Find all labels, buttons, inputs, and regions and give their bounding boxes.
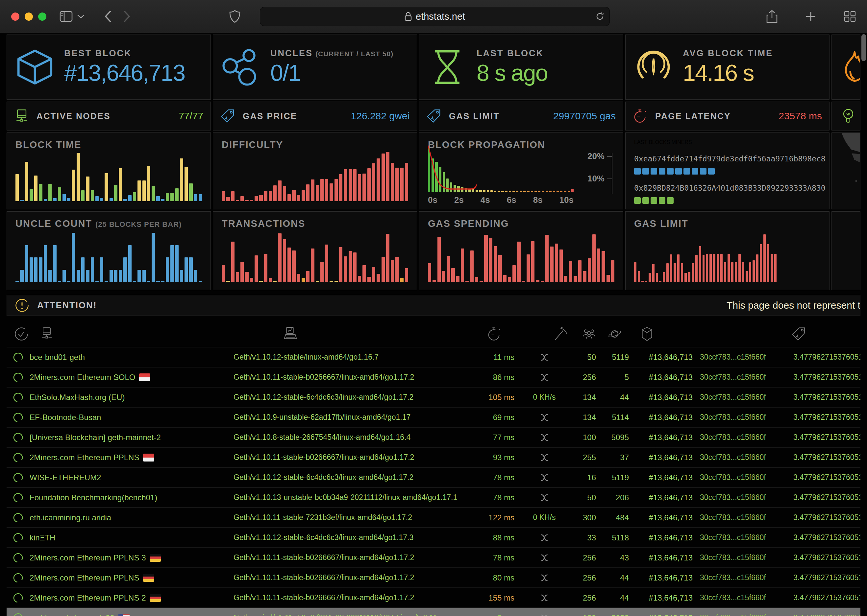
difficulty-bar [353,169,357,201]
node-name[interactable]: archivenode.io - node06 [30,613,233,616]
gas_spending-bar [466,281,469,282]
propagation-x-tick: 8s [533,195,543,205]
page-scrollbar[interactable] [861,34,866,615]
difficulty-tag-icon[interactable] [791,327,807,341]
table-row[interactable]: bce-bnd01-gethGeth/v1.10.12-stable/linux… [6,347,861,367]
table-row[interactable]: 2Miners.com Ethereum SOLOGeth/v1.10.11-s… [6,367,861,387]
peers-icon[interactable] [582,327,596,341]
share-icon[interactable] [766,10,777,23]
table-row[interactable]: 2Miners.com Ethereum PPLNSGeth/v1.10.11-… [6,447,861,467]
difficulty-bar [292,190,295,201]
node-name[interactable]: EF-Bootnode-Busan [30,413,233,422]
latency-stopwatch-icon[interactable] [487,327,502,341]
transactions-bar [335,281,338,282]
node-not-mining-icon [516,553,572,563]
node-block-hash[interactable]: 30ccf783...c15f660f [694,373,779,382]
node-block-hash[interactable]: 30ccf783...c15f660f [694,533,779,542]
node-name[interactable]: eth.icanmining.ru aridia [30,513,233,522]
node-name[interactable]: kinΞTH [30,533,233,542]
table-row[interactable]: 2Miners.com Ethereum PPLNS 2Geth/v1.10.1… [6,588,861,607]
back-icon[interactable] [104,11,112,22]
table-row[interactable]: 2Miners.com Ethereum PPLNS 3Geth/v1.10.1… [6,547,861,567]
table-row[interactable]: [Universa Blockchain] geth-mainnet-2Geth… [6,427,861,447]
node-name[interactable]: bce-bnd01-geth [30,353,233,362]
node-latency: 78 ms [477,493,516,502]
active-nodes-label: ACTIVE NODES [36,111,172,121]
status-check-icon[interactable] [14,327,29,341]
node-block-hash[interactable]: 30ccf783...c15f660f [694,593,779,602]
miner-address[interactable]: 0x829BD824B016326A401d083B33D092293333A8… [634,183,821,193]
node-name[interactable]: 2Miners.com Ethereum PPLNS 2 [30,593,233,602]
node-name[interactable]: 2Miners.com Ethereum PPLNS [30,573,233,583]
gas_limit_chart-bar [699,246,701,282]
node-name[interactable]: EthSolo.MaxHash.org (EU) [30,393,233,402]
node-name[interactable]: [Universa Blockchain] geth-mainnet-2 [30,433,233,442]
node-name[interactable]: 2Miners.com Ethereum SOLO [30,373,233,382]
sidebar-icon[interactable] [60,11,73,22]
node-block-hash[interactable]: 30ccf783...c15f660f [694,433,779,442]
transactions-bar [245,272,248,282]
address-bar[interactable]: ethstats.net [260,7,610,26]
node-type: Nethermind/v1.11.7-0-75f034a08-20211119/… [233,613,477,616]
node-peers: 256 [572,373,599,382]
node-name[interactable]: 2Miners.com Ethereum PPLNS 3 [30,553,233,563]
node-block-hash[interactable]: 30ccf783...c15f660f [694,513,779,522]
node-block-hash[interactable]: 30ccf783...c15f660f [694,553,779,562]
node-total-difficulty: 3.477962715376051e+2 [779,433,861,442]
node-block-hash[interactable]: 30ccf783...c15f660f [694,393,779,402]
node-name[interactable]: 2Miners.com Ethereum PPLNS [30,453,233,462]
uncle_count-bar [67,281,71,282]
node-block-hash[interactable]: 30ccf783...c15f660f [694,573,779,582]
node-type: Geth/v1.10.12-stable/linux-amd64/go1.16.… [233,353,477,361]
table-row[interactable]: EF-Bootnode-BusanGeth/v1.10.9-unstable-6… [6,407,861,427]
node-block-hash[interactable]: 30ccf783...c15f660f [694,613,779,616]
node-block-hash[interactable]: 30ccf783...c15f660f [694,453,779,462]
miner-block-square [659,168,666,174]
node-peers: 102 [572,613,599,616]
block-cube-icon[interactable] [639,327,655,341]
node-type-icon[interactable] [283,327,298,341]
node-latency: 88 ms [477,533,516,542]
gas_limit_chart-bar [731,262,733,282]
tab-overview-icon[interactable] [844,10,856,23]
node-pending: 43 [599,553,631,563]
forward-icon[interactable] [123,11,131,22]
new-tab-icon[interactable] [805,10,817,23]
gas_spending-bar [536,280,539,282]
close-button[interactable] [11,13,19,21]
shield-icon[interactable] [229,10,241,23]
node-type: Geth/v1.10.12-stable-6c4dc6c3/linux-amd6… [233,533,477,542]
node-block-hash[interactable]: 30ccf783...c15f660f [694,413,779,422]
table-row[interactable]: 2Miners.com Ethereum PPLNSGeth/v1.10.11-… [6,567,861,588]
minimize-button[interactable] [25,13,33,21]
node-block-hash[interactable]: 30ccf783...c15f660f [694,353,779,361]
attention-label: ATTENTION! [37,300,97,311]
block_time-bar [77,153,80,201]
transactions-bar [255,255,258,282]
gas_spending-bar [541,281,544,282]
table-row[interactable]: archivenode.io - node06Nethermind/v1.11.… [6,607,861,616]
node-block-hash[interactable]: 30ccf783...c15f660f [694,493,779,502]
table-row[interactable]: eth.icanmining.ru aridiaGeth/v1.10.11-st… [6,507,861,527]
node-block: #13,646,713 [631,393,694,402]
mining-pickaxe-icon[interactable] [552,327,568,341]
pending-planet-icon[interactable] [607,327,622,341]
node-name[interactable]: WISE-ETHEREUM2 [30,473,233,482]
zoom-button[interactable] [38,13,46,21]
node-block: #13,646,713 [631,533,694,542]
transactions-bar [297,274,300,282]
node-total-difficulty: 3.477962715376051e+2 [779,613,861,616]
block_propagation-bar [446,179,448,192]
node-block-hash[interactable]: 30ccf783...c15f660f [694,473,779,482]
chevron-down-icon[interactable] [77,14,85,19]
miner-address[interactable]: 0xea674fdde714fd979de3edf0f56aa9716b898e… [634,154,821,163]
table-row[interactable]: Foundation Benchmarking(bench01)Geth/v1.… [6,487,861,507]
scrollbar-thumb[interactable] [861,34,866,61]
table-row[interactable]: kinΞTHGeth/v1.10.12-stable-6c4dc6c3/linu… [6,527,861,547]
reload-icon[interactable] [595,12,604,21]
node-name-icon[interactable] [39,327,54,341]
node-name[interactable]: Foundation Benchmarking(bench01) [30,493,233,502]
table-row[interactable]: WISE-ETHEREUM2Geth/v1.10.12-stable-6c4dc… [6,467,861,487]
block_time-bar [53,198,56,201]
table-row[interactable]: EthSolo.MaxHash.org (EU)Geth/v1.10.12-st… [6,387,861,407]
